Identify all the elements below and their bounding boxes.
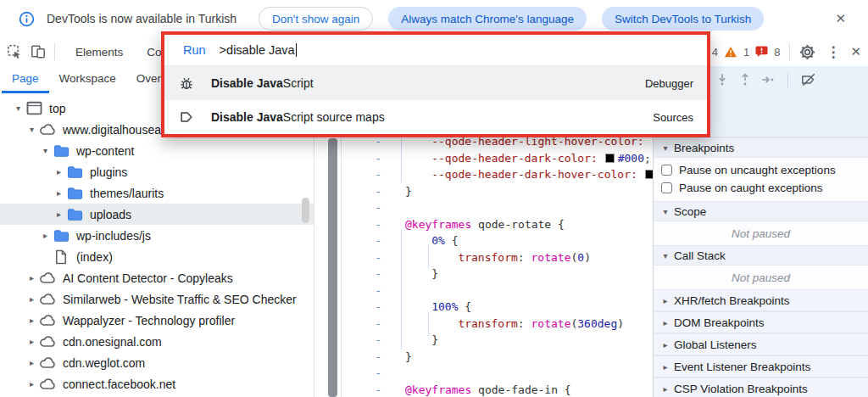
step-icon[interactable]: [760, 72, 776, 87]
gutter-marker: -: [337, 383, 381, 396]
cloud-icon: [38, 377, 57, 390]
chevron-right-icon[interactable]: ▸: [53, 188, 65, 198]
step-out-icon[interactable]: [737, 72, 753, 87]
command-query: >disable Java: [220, 43, 295, 57]
folder-icon: [65, 165, 84, 179]
info-icon: [19, 11, 35, 27]
tree-item-cdn-weglot-com[interactable]: ▸cdn.weglot.com: [0, 352, 314, 373]
tree-item--index-[interactable]: (index): [0, 246, 314, 267]
deactivate-breakpoints-icon[interactable]: [800, 72, 817, 87]
command-palette: Run >disable Java Disable JavaScriptDebu…: [161, 31, 710, 137]
gutter-marker: -: [337, 168, 381, 181]
tree-item-cdn-onesignal-com[interactable]: ▸cdn.onesignal.com: [0, 331, 314, 352]
chevron-down-icon[interactable]: ▾: [12, 103, 25, 113]
chevron-down-icon[interactable]: ▾: [25, 125, 38, 134]
gear-icon[interactable]: [799, 44, 815, 60]
chevron-right-icon[interactable]: ▸: [25, 294, 38, 304]
chevron-down-icon: ▾: [654, 143, 674, 153]
issues-icon[interactable]: [755, 46, 768, 58]
warning-icon[interactable]: [724, 46, 737, 58]
checkbox-label: Pause on uncaught exceptions: [679, 164, 836, 176]
inspect-icon[interactable]: [7, 44, 22, 59]
tree-item-label: uploads: [90, 208, 131, 221]
banner-button-3[interactable]: Switch DevTools to Turkish: [602, 7, 764, 31]
step-into-icon[interactable]: [715, 72, 730, 87]
chevron-right-icon: ▸: [654, 296, 674, 305]
not-paused-message: Not paused: [654, 266, 868, 289]
sidebar-scrollbar-thumb[interactable]: [302, 198, 309, 223]
device-toolbar-icon[interactable]: [31, 44, 46, 59]
cloud-icon: [38, 335, 57, 348]
infobar-message: DevTools is now available in Turkish: [47, 12, 236, 25]
tree-item-similarweb-website-traffic-seo-checker[interactable]: ▸Similarweb - Website Traffic & SEO Chec…: [0, 288, 314, 310]
chevron-right-icon[interactable]: ▸: [25, 337, 38, 346]
banner-button-2[interactable]: Always match Chrome's language: [388, 7, 587, 31]
editor-scrollbar-thumb[interactable]: [328, 138, 337, 397]
command-mode-label: Run: [183, 43, 206, 57]
section-header-csp-violation-breakpoints[interactable]: ▸CSP Violation Breakpoints: [654, 377, 868, 397]
checkbox-row-pause-on-uncaught-exceptions[interactable]: Pause on uncaught exceptions: [654, 161, 868, 179]
tree-item-connect-facebook-net[interactable]: ▸connect.facebook.net: [0, 373, 314, 394]
chevron-right-icon[interactable]: ▸: [53, 167, 65, 176]
close-icon[interactable]: ✕: [850, 44, 861, 59]
section-header-xhr-fetch-breakpoints[interactable]: ▸XHR/fetch Breakpoints: [654, 289, 868, 311]
command-result-label: Disable JavaScript: [211, 76, 314, 90]
banner-button-1[interactable]: Don't show again: [259, 7, 373, 31]
tree-item-plugins[interactable]: ▸plugins: [0, 161, 314, 182]
chevron-right-icon[interactable]: ▸: [25, 358, 38, 367]
command-input[interactable]: Run >disable Java: [164, 35, 707, 66]
checkbox[interactable]: [661, 165, 672, 176]
cloud-icon: [38, 293, 57, 305]
warning-count[interactable]: 1: [743, 46, 749, 59]
section-header-event-listener-breakpoints[interactable]: ▸Event Listener Breakpoints: [654, 355, 868, 377]
section-header-call-stack[interactable]: ▾Call Stack: [654, 245, 868, 266]
section-header-scope[interactable]: ▾Scope: [654, 201, 868, 221]
gutter-marker: -: [337, 366, 381, 379]
chevron-right-icon[interactable]: ▸: [53, 210, 65, 219]
code-line: -}: [337, 349, 653, 366]
issue-count[interactable]: 8: [774, 46, 780, 59]
code-editor[interactable]: ---qode-header-light-hover-color:---qode…: [337, 133, 653, 397]
color-swatch[interactable]: [645, 170, 653, 179]
tab-elements[interactable]: Elements: [64, 37, 135, 66]
section-title: Scope: [674, 205, 706, 218]
chevron-right-icon[interactable]: ▸: [39, 231, 52, 240]
code-line: -100% {: [337, 299, 653, 316]
gutter-marker: -: [337, 350, 381, 363]
toolbar-divider: [789, 43, 790, 60]
chevron-right-icon[interactable]: ▸: [25, 379, 38, 389]
code-line: -}: [337, 266, 653, 282]
chevron-right-icon: ▸: [654, 340, 674, 349]
infobar-close-icon[interactable]: ✕: [835, 11, 846, 26]
command-result-disable-java-script[interactable]: Disable JavaScriptDebugger: [164, 66, 707, 100]
chevron-down-icon[interactable]: ▾: [39, 146, 52, 155]
color-swatch[interactable]: [605, 154, 615, 163]
command-result-disable-java-script-source-maps[interactable]: Disable JavaScript source mapsSources: [164, 100, 707, 134]
section-header-global-listeners[interactable]: ▸Global Listeners: [654, 333, 868, 355]
chevron-right-icon: ▸: [654, 318, 674, 327]
tree-item-uploads[interactable]: ▸uploads: [0, 204, 314, 225]
kebab-menu-icon[interactable]: ⋮: [826, 43, 840, 61]
tree-item-wp-includes-js[interactable]: ▸wp-includes/js: [0, 225, 314, 246]
checkbox[interactable]: [661, 182, 672, 193]
tree-item-label: cdn.weglot.com: [63, 356, 145, 370]
tree-item-wp-content[interactable]: ▾wp-content: [0, 140, 314, 161]
navigator-tab-workspace[interactable]: Workspace: [49, 66, 126, 93]
panel-divider[interactable]: [314, 93, 314, 397]
checkbox-row-pause-on-caught-exceptions[interactable]: Pause on caught exceptions: [654, 179, 868, 197]
tree-item-label: top: [49, 102, 65, 115]
command-result-source: Debugger: [645, 77, 693, 90]
tree-item-wappalyzer-technology-profiler[interactable]: ▸Wappalyzer - Technology profiler: [0, 310, 314, 331]
tree-item-label: AI Content Detector - Copyleaks: [63, 271, 233, 285]
error-count[interactable]: 4: [712, 46, 718, 59]
tree-item-ai-content-detector-copyleaks[interactable]: ▸AI Content Detector - Copyleaks: [0, 267, 314, 288]
tree-item-themes-laurits[interactable]: ▸themes/laurits: [0, 182, 314, 204]
code-line: -transform: rotate(360deg): [337, 316, 653, 333]
chevron-right-icon[interactable]: ▸: [25, 316, 38, 325]
folder-icon: [52, 144, 70, 158]
toolbar-right-cluster: 4 1 8 ⋮✕: [712, 37, 861, 66]
navigator-tab-page[interactable]: Page: [2, 66, 49, 93]
section-header-breakpoints[interactable]: ▾Breakpoints: [654, 137, 868, 158]
chevron-right-icon[interactable]: ▸: [25, 273, 38, 282]
section-header-dom-breakpoints[interactable]: ▸DOM Breakpoints: [654, 311, 868, 333]
